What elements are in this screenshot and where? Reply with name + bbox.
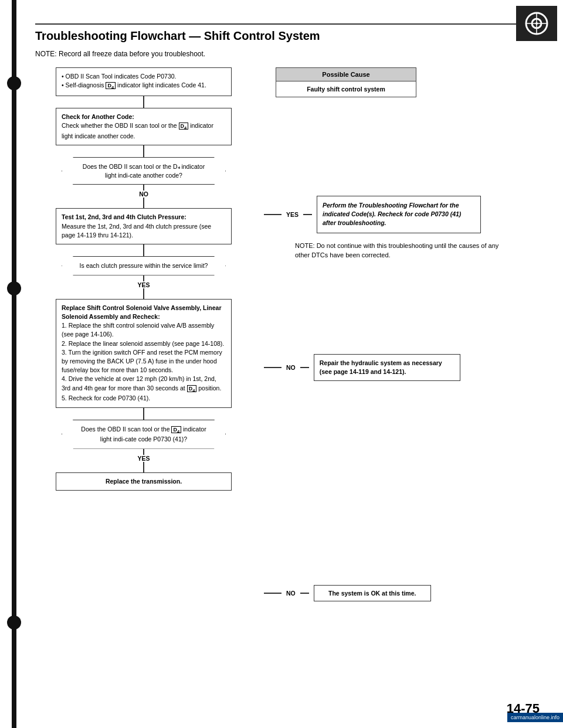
diamond3: Does the OBD II scan tool or the D4 indi… [62,420,226,449]
left-circle-2 [7,281,21,295]
no2-label: NO [286,364,296,371]
flowchart: • OBD II Scan Tool indicates Code P0730.… [35,67,540,601]
no3-hline2 [300,593,309,594]
note-middle-text: NOTE: Do not continue with this troubles… [295,242,498,259]
flow-left: • OBD II Scan Tool indicates Code P0730.… [35,67,252,601]
box4-item2: 2. Replace the linear solenoid assembly … [62,340,224,347]
perform-box: Perform the Troubleshooting Flowchart fo… [317,196,481,233]
connector-v5 [143,244,144,256]
yes3-label: YES [137,455,150,462]
yes2-label: YES [137,281,150,288]
spacer1 [264,97,516,196]
repair-box: Repair the hydraulic system as necessary… [314,354,460,381]
box4-item1: 1. Replace the shift control solenoid va… [62,322,214,338]
diamond3-text: Does the OBD II scan tool or the D4 indi… [81,426,206,443]
no2-hline [264,367,282,368]
diamond1-text: Does the OBD II scan tool or the D₄ indi… [83,163,205,179]
possible-cause-body: Faulty shift control system [276,81,416,97]
yes1-hline [264,214,282,215]
page-title: Troubleshooting Flowchart — Shift Contro… [35,29,540,43]
diamond2: Is each clutch pressure within the servi… [62,256,226,275]
logo-icon [522,11,551,37]
no3-hline [264,593,282,594]
box5: Replace the transmission. [56,472,232,491]
header-line [35,23,540,25]
box4-item5: 5. Recheck for code P0730 (41). [62,394,150,402]
note-middle: NOTE: Do not continue with this troubles… [295,238,500,263]
page-container: Troubleshooting Flowchart — Shift Contro… [0,0,563,728]
possible-cause-header: Possible Cause [276,68,416,81]
no3-label: NO [286,590,296,597]
connector-v1 [143,96,144,108]
perform-box-text: Perform the Troubleshooting Flowchart fo… [323,202,461,226]
no2-hline2 [300,367,309,368]
box4-item4: 4. Drive the vehicle at over 12 mph (20 … [62,375,221,391]
ok-box: The system is OK at this time. [314,585,431,601]
possible-cause-box: Possible Cause Faulty shift control syst… [276,67,416,97]
connector-v8 [143,408,144,420]
conn-v4 [143,198,144,208]
ok-box-text: The system is OK at this time. [328,590,416,597]
box1: • OBD II Scan Tool indicates Code P0730.… [56,67,232,96]
no3-branch: NO The system is OK at this time. [264,585,516,601]
conn-v3 [143,185,144,190]
note-top: NOTE: Record all freeze data before you … [35,50,540,58]
spacer2 [264,263,516,354]
box3-title: Test 1st, 2nd, 3rd and 4th Clutch Pressu… [62,213,186,220]
conn-v6 [143,275,144,281]
diamond1: Does the OBD II scan tool or the D₄ indi… [62,157,226,185]
yes2-section: YES [35,275,252,299]
box3-body: Measure the 1st, 2nd, 3rd and 4th clutch… [62,223,211,239]
diamond2-text: Is each clutch pressure within the servi… [80,262,208,269]
box1-line1: • OBD II Scan Tool indicates Code P0730. [62,73,177,80]
yes1-label: YES [286,211,299,218]
conn-v7 [143,288,144,299]
spacer3 [264,381,516,585]
site-badge: carmanualonline.info [507,713,563,722]
yes1-branch: YES Perform the Troubleshooting Flowchar… [264,196,516,233]
yes3-section: YES [35,449,252,472]
left-circle-1 [7,76,21,90]
conn-v10 [143,462,144,472]
box2-body: Check whether the OBD II scan tool or th… [62,122,213,140]
box4: Replace Shift Control Solenoid Valve Ass… [56,299,232,408]
box2: Check for Another Code: Check whether th… [56,108,232,145]
box5-text: Replace the transmission. [106,478,182,485]
connector-v2 [143,145,144,157]
no1-section: NO [35,185,252,208]
yes1-hline2 [303,214,312,215]
box1-line2: • Self-diagnosis D4 indicator light indi… [62,81,206,89]
repair-box-text: Repair the hydraulic system as necessary… [320,359,442,375]
box4-title: Replace Shift Control Solenoid Valve Ass… [62,304,222,320]
logo-area [516,6,557,41]
no1-label: NO [139,190,148,198]
box3: Test 1st, 2nd, 3rd and 4th Clutch Pressu… [56,208,232,244]
flow-right: Possible Cause Faulty shift control syst… [264,67,516,601]
left-circle-3 [7,615,21,630]
box4-item3: 3. Turn the ignition switch OFF and rese… [62,349,222,373]
conn-v9 [143,449,144,455]
no2-branch: NO Repair the hydraulic system as necess… [264,354,516,381]
box2-title: Check for Another Code: [62,113,134,120]
